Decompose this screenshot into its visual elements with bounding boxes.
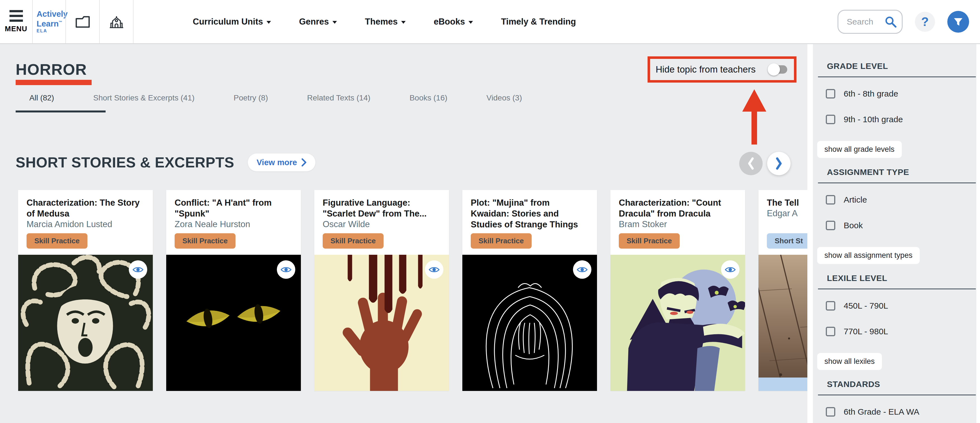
card-type-badge: Skill Practice bbox=[175, 233, 235, 249]
card-title: Figurative Language: "Scarlet Dew" from … bbox=[323, 197, 441, 219]
chevron-down-icon bbox=[401, 21, 406, 24]
filter-button[interactable] bbox=[947, 11, 969, 33]
filter-section-assignment-type: ASSIGNMENT TYPE ArticleBookshow all assi… bbox=[813, 168, 976, 264]
content-card-the-tell[interactable]: The Tell Edgar A Short St Assigned bbox=[759, 190, 807, 391]
filter-option-9th-10th-grade[interactable]: 9th - 10th grade bbox=[826, 115, 976, 124]
divider bbox=[818, 394, 976, 395]
nav-item-ebooks[interactable]: eBooks bbox=[434, 17, 473, 27]
nav-item-curriculum-units[interactable]: Curriculum Units bbox=[193, 17, 271, 27]
filter-option-label: 6th - 8th grade bbox=[844, 89, 898, 98]
preview-eye-button[interactable] bbox=[129, 260, 147, 279]
preview-eye-button[interactable] bbox=[425, 260, 443, 279]
view-more-button[interactable]: View more bbox=[248, 154, 316, 171]
trademark-symbol: ™ bbox=[59, 20, 62, 24]
folder-button[interactable] bbox=[66, 15, 99, 29]
help-button[interactable]: ? bbox=[915, 12, 935, 32]
card-author: Zora Neale Hurston bbox=[175, 219, 250, 230]
checkbox[interactable] bbox=[826, 115, 835, 124]
eye-icon bbox=[725, 266, 736, 273]
eye-icon bbox=[428, 266, 440, 273]
filter-option-label: 9th - 10th grade bbox=[844, 115, 903, 124]
search-input[interactable] bbox=[846, 17, 882, 27]
assigned-badge: Assigned bbox=[759, 377, 807, 391]
show-all-button[interactable]: show all lexiles bbox=[817, 353, 882, 370]
question-mark-icon: ? bbox=[921, 15, 929, 29]
tab-videos-3[interactable]: Videos (3) bbox=[486, 93, 522, 102]
card-text-block: Characterization: The Story of Medusa Ma… bbox=[18, 190, 153, 255]
card-text-block: Characterization: "Count Dracula" from D… bbox=[610, 190, 745, 255]
filter-option-450l-790l[interactable]: 450L - 790L bbox=[826, 301, 976, 311]
checkbox[interactable] bbox=[826, 89, 835, 98]
app-logo[interactable]: Actively Learn™ ELA bbox=[33, 10, 65, 34]
show-all-button[interactable]: show all assignment types bbox=[817, 247, 920, 264]
checkbox[interactable] bbox=[826, 327, 835, 336]
tab-all-82[interactable]: All (82) bbox=[29, 93, 54, 102]
content-card-plot-mujina-from-kwaidan-stories-and-studies-of-strange-things[interactable]: Plot: "Mujina" from Kwaidan: Stories and… bbox=[462, 190, 597, 391]
card-type-badge: Skill Practice bbox=[323, 233, 383, 249]
chevron-left-icon bbox=[747, 157, 755, 170]
arrow-head bbox=[742, 89, 766, 112]
checkbox[interactable] bbox=[826, 301, 835, 311]
filter-option-article[interactable]: Article bbox=[826, 195, 976, 204]
content-card-conflict-a-h-ant-from-spunk[interactable]: Conflict: "A H'ant" from "Spunk" Zora Ne… bbox=[166, 190, 301, 391]
card-title: Conflict: "A H'ant" from "Spunk" bbox=[175, 197, 293, 219]
logo-line2: Learn™ bbox=[37, 18, 65, 28]
card-title: Plot: "Mujina" from Kwaidan: Stories and… bbox=[471, 197, 589, 230]
filter-section-title: ASSIGNMENT TYPE bbox=[827, 168, 976, 177]
preview-eye-button[interactable] bbox=[573, 260, 592, 279]
card-title: Characterization: "Count Dracula" from D… bbox=[619, 197, 737, 219]
annotation-box: Hide topic from teachers bbox=[648, 56, 797, 82]
tab-short-stories-excerpts-41[interactable]: Short Stories & Excerpts (41) bbox=[93, 93, 195, 102]
filter-option-6th-8th-grade[interactable]: 6th - 8th grade bbox=[826, 89, 976, 98]
divider bbox=[818, 288, 976, 289]
nav-item-genres[interactable]: Genres bbox=[299, 17, 337, 27]
content-card-characterization-count-dracula-from-dracula[interactable]: Characterization: "Count Dracula" from D… bbox=[610, 190, 745, 391]
nav-item-timely-trending[interactable]: Timely & Trending bbox=[501, 17, 576, 27]
school-button[interactable] bbox=[100, 15, 133, 29]
card-type-badge: Skill Practice bbox=[27, 233, 88, 249]
checkbox[interactable] bbox=[826, 221, 835, 230]
preview-eye-button[interactable] bbox=[721, 260, 740, 279]
top-nav: MENU Actively Learn™ ELA Curriculum Unit… bbox=[0, 0, 980, 44]
category-tabs: All (82)Short Stories & Excerpts (41)Poe… bbox=[29, 93, 522, 102]
floorboards-artwork bbox=[759, 255, 807, 391]
filter-option-770l-980l[interactable]: 770L - 980L bbox=[826, 327, 976, 336]
hide-topic-toggle[interactable] bbox=[769, 65, 787, 74]
search-icon[interactable] bbox=[885, 16, 897, 28]
card-text-block: The Tell Edgar A Short St bbox=[759, 190, 807, 255]
funnel-icon bbox=[953, 16, 964, 27]
divider bbox=[133, 0, 134, 43]
filter-section-standards: STANDARDS 6th Grade - ELA WA bbox=[813, 379, 976, 417]
filter-option-book[interactable]: Book bbox=[826, 221, 976, 230]
menu-button[interactable]: MENU bbox=[0, 10, 32, 33]
card-type-badge: Skill Practice bbox=[619, 233, 680, 249]
section-header: SHORT STORIES & EXCERPTS View more bbox=[16, 154, 315, 171]
divider bbox=[818, 182, 976, 183]
tab-related-texts-14[interactable]: Related Texts (14) bbox=[307, 93, 371, 102]
nav-item-themes[interactable]: Themes bbox=[365, 17, 406, 27]
checkbox[interactable] bbox=[826, 407, 835, 417]
checkbox[interactable] bbox=[826, 195, 835, 204]
card-type-badge: Short St bbox=[767, 233, 807, 249]
nav-links: Curriculum UnitsGenresThemeseBooksTimely… bbox=[193, 17, 576, 27]
card-title: Characterization: The Story of Medusa bbox=[27, 197, 145, 219]
card-artwork bbox=[18, 255, 153, 391]
carousel-next-button[interactable] bbox=[767, 152, 791, 175]
content-card-characterization-the-story-of-medusa[interactable]: Characterization: The Story of Medusa Ma… bbox=[18, 190, 153, 391]
chevron-down-icon bbox=[332, 21, 337, 24]
filter-option-6th-grade-ela-wa[interactable]: 6th Grade - ELA WA bbox=[826, 407, 976, 417]
tab-books-16[interactable]: Books (16) bbox=[410, 93, 447, 102]
hamburger-icon bbox=[10, 10, 23, 22]
show-all-button[interactable]: show all grade levels bbox=[817, 141, 902, 158]
filter-option-label: 770L - 980L bbox=[844, 327, 888, 336]
card-author: Marcia Amidon Lusted bbox=[27, 219, 112, 230]
tab-poetry-8[interactable]: Poetry (8) bbox=[234, 93, 268, 102]
page-title: HORROR bbox=[16, 60, 87, 78]
content-card-figurative-language-scarlet-dew-from-the[interactable]: Figurative Language: "Scarlet Dew" from … bbox=[314, 190, 449, 391]
search-box[interactable] bbox=[837, 10, 903, 34]
chevron-right-icon bbox=[775, 157, 783, 170]
carousel-prev-button[interactable] bbox=[739, 152, 763, 175]
preview-eye-button[interactable] bbox=[277, 260, 295, 279]
card-title: The Tell bbox=[767, 197, 799, 208]
filter-option-label: Book bbox=[844, 221, 863, 230]
